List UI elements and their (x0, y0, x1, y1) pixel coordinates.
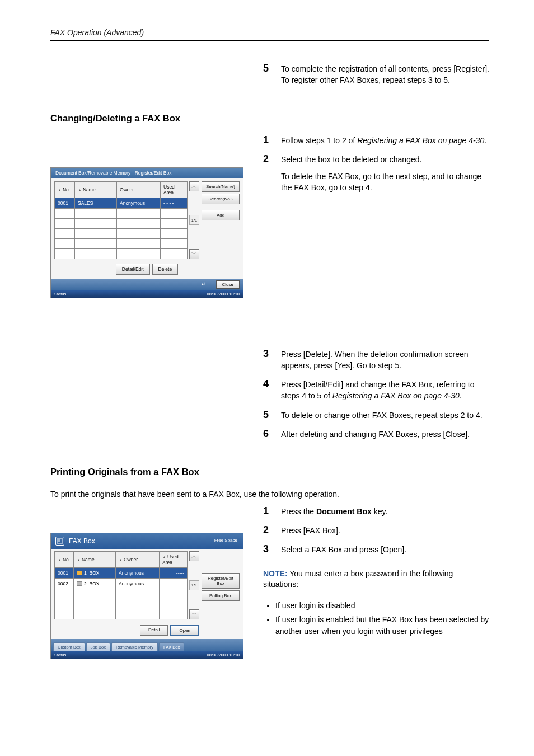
open-button[interactable]: Open (170, 625, 199, 636)
page-indicator: 1/1 (189, 580, 199, 590)
table-row[interactable] (55, 248, 188, 259)
delete-button[interactable]: Delete (152, 264, 179, 275)
step-text: Press [Detail/Edit] and change the FAX B… (281, 379, 489, 402)
cell-owner: Anonymous (116, 578, 160, 589)
table-row[interactable]: 0002 2 BOX Anonymous ----- (55, 578, 188, 589)
step-6: 6 After deleting and changing FAX Boxes,… (263, 429, 489, 440)
cell-no: 0001 (55, 567, 74, 578)
status-bar: Status 08/08/2009 10:10 (51, 651, 243, 659)
enter-icon: ↵ (202, 281, 206, 287)
step-number: 6 (263, 429, 271, 440)
cell-name: 2 BOX (74, 578, 116, 589)
tab-job-box[interactable]: Job Box (86, 642, 110, 651)
register-edit-box-button[interactable]: Register/Edit Box (202, 573, 240, 589)
step-2: 2 Select the box to be deleted or change… (263, 154, 489, 194)
step-text: Press the Document Box key. (281, 506, 387, 517)
detail-edit-button[interactable]: Detail/Edit (116, 264, 150, 275)
print-intro: To print the originals that have been se… (50, 489, 489, 500)
step-text: Select a FAX Box and press [Open]. (281, 544, 406, 555)
add-button[interactable]: Add (202, 210, 240, 220)
step-text: To delete or change other FAX Boxes, rep… (281, 410, 483, 421)
heading-printing-originals: Printing Originals from a FAX Box (50, 467, 489, 477)
step-text: To complete the registration of all cont… (281, 63, 489, 86)
scroll-up-button[interactable]: ︿ (189, 551, 199, 561)
chevron-down-icon: ﹀ (191, 611, 197, 618)
status-bar: Status 08/08/2009 10:10 (51, 290, 243, 298)
table-row[interactable]: 0001 1 BOX Anonymous ----- (55, 567, 188, 578)
tab-custom-box[interactable]: Custom Box (53, 642, 85, 651)
scroll-down-button[interactable]: ﹀ (189, 609, 199, 619)
col-no[interactable]: ▲No. (55, 181, 75, 198)
cell-name: SALES (75, 198, 117, 208)
table-row[interactable]: 0001 SALES Anonymous - - - - (55, 198, 188, 208)
fax-box-panel: FAX Box Free Space ▲No. ▲Name ▲Owner ▲Us… (50, 533, 243, 659)
cell-owner: Anonymous (117, 198, 161, 208)
status-datetime: 08/08/2009 10:10 (207, 652, 240, 658)
fax-box-table: ▲No. ▲Name ▲Owner ▲Used Area 0001 1 BOX … (54, 551, 188, 619)
step-number: 3 (263, 349, 271, 372)
step-5: 5 To delete or change other FAX Boxes, r… (263, 410, 489, 421)
cell-name: 1 BOX (74, 567, 116, 578)
heading-changing-deleting: Changing/Deleting a FAX Box (50, 113, 489, 124)
step-1: 1 Follow steps 1 to 2 of Registering a F… (263, 135, 489, 146)
step-number: 2 (263, 525, 271, 536)
step-text: Press [FAX Box]. (281, 525, 340, 536)
step-text: After deleting and changing FAX Boxes, p… (281, 429, 470, 440)
tab-removable-memory[interactable]: Removable Memory (111, 642, 158, 651)
col-name[interactable]: ▲Name (74, 551, 116, 567)
table-row[interactable] (55, 609, 188, 619)
detail-button[interactable]: Detail (140, 625, 168, 636)
polling-box-button[interactable]: Polling Box (202, 590, 240, 601)
folder-icon (77, 581, 82, 586)
search-no-button[interactable]: Search(No.) (202, 194, 240, 204)
table-row[interactable] (55, 218, 188, 228)
col-no[interactable]: ▲No. (55, 551, 74, 567)
table-row[interactable] (55, 238, 188, 248)
panel-title: FAX Box (69, 537, 95, 545)
step-text: Follow steps 1 to 2 of Registering a FAX… (281, 135, 486, 146)
step-number: 3 (263, 544, 271, 555)
col-used-area[interactable]: ▲Used Area (160, 551, 188, 567)
cell-used: - - - - (161, 198, 188, 208)
scroll-up-button[interactable]: ︿ (189, 181, 199, 191)
note-text: You must enter a box password in the fol… (263, 569, 453, 589)
col-owner[interactable]: Owner (117, 181, 161, 198)
step-3: 3 Press [Delete]. When the deletion conf… (263, 349, 489, 372)
chevron-up-icon: ︿ (191, 182, 197, 190)
list-item: If user login is disabled (275, 600, 489, 612)
print-step-2: 2 Press [FAX Box]. (263, 525, 489, 536)
header-rule (50, 40, 489, 41)
step-number: 2 (263, 154, 271, 194)
search-name-button[interactable]: Search(Name) (202, 181, 240, 192)
panel-titlebar: Document Box/Removable Memory - Register… (51, 168, 243, 178)
step-4: 4 Press [Detail/Edit] and change the FAX… (263, 379, 489, 402)
table-row[interactable] (55, 599, 188, 609)
table-row[interactable] (55, 208, 188, 218)
note-block: NOTE: You must enter a box password in t… (263, 564, 489, 595)
folder-icon (77, 571, 82, 575)
tab-fax-box[interactable]: FAX Box (159, 642, 184, 651)
table-row[interactable] (55, 589, 188, 599)
box-tabs: Custom Box Job Box Removable Memory FAX … (51, 639, 243, 651)
col-name[interactable]: ▲Name (75, 181, 117, 198)
register-edit-box-panel: Document Box/Removable Memory - Register… (50, 167, 243, 298)
status-label[interactable]: Status (54, 652, 66, 658)
note-bullet-list: If user login is disabled If user login … (263, 600, 489, 637)
table-row[interactable] (55, 228, 188, 238)
col-owner[interactable]: ▲Owner (116, 551, 160, 567)
status-label[interactable]: Status (54, 292, 66, 297)
cell-no: 0002 (55, 578, 74, 589)
print-step-1: 1 Press the Document Box key. (263, 506, 489, 517)
cell-used: ----- (160, 567, 188, 578)
step-number: 5 (263, 410, 271, 421)
close-button[interactable]: Close (216, 280, 240, 289)
step-number: 4 (263, 379, 271, 402)
col-used-area[interactable]: Used Area (161, 181, 188, 198)
page-indicator: 1/1 (189, 215, 199, 225)
scroll-down-button[interactable]: ﹀ (189, 249, 199, 259)
chevron-up-icon: ︿ (191, 552, 197, 560)
status-datetime: 08/08/2009 10:10 (207, 292, 240, 297)
step-number: 5 (263, 63, 271, 86)
step-5-top: 5 To complete the registration of all co… (263, 63, 489, 86)
box-table: ▲No. ▲Name Owner Used Area 0001 SALES An… (54, 181, 188, 259)
